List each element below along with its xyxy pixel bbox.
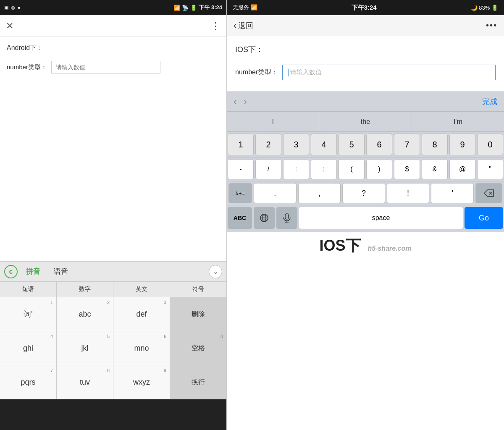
- globe-icon: [260, 213, 269, 223]
- android-toolbar: ✕ ⋮: [0, 15, 226, 37]
- ios-number-input[interactable]: 请输入数值: [282, 65, 496, 80]
- watermark: h5-share.com: [368, 245, 411, 252]
- android-number-input[interactable]: [51, 61, 160, 73]
- key-microphone[interactable]: [276, 207, 297, 229]
- android-panel: ▣ ◎ ● 📶 📡 🔋 下午 3:24 ✕ ⋮ Android下： number…: [0, 0, 227, 430]
- android-time: 下午 3:24: [199, 4, 222, 11]
- mode-btn-english[interactable]: 英文: [113, 282, 170, 297]
- key-dollar[interactable]: $: [394, 159, 420, 179]
- key-1[interactable]: 1: [228, 134, 254, 155]
- keyboard-logo: c: [4, 265, 18, 278]
- key-4[interactable]: 4: [311, 134, 337, 155]
- keyboard-tab-voice[interactable]: 语音: [49, 267, 73, 276]
- ios-placeholder: 请输入数值: [290, 68, 322, 76]
- ios-done-button[interactable]: 完成: [482, 97, 497, 107]
- key-apostrophe[interactable]: ': [431, 183, 474, 203]
- ios-special-row: #+= . , ? ! ': [227, 181, 504, 205]
- key-symbol-mode[interactable]: #+=: [228, 183, 252, 203]
- ios-next-field[interactable]: ›: [244, 96, 247, 108]
- mode-btn-number[interactable]: 数字: [57, 282, 113, 297]
- android-icon-3: ●: [18, 5, 21, 10]
- ios-number-row: 1 2 3 4 5 6 7 8 9 0: [227, 132, 504, 157]
- key-pqrs[interactable]: 7 pqrs: [0, 365, 57, 399]
- microphone-icon: [283, 213, 291, 223]
- key-3[interactable]: 3: [283, 134, 309, 155]
- keyboard-collapse-btn[interactable]: ⌄: [209, 265, 222, 278]
- android-footer: Android下: [0, 399, 226, 430]
- key-5[interactable]: 5: [339, 134, 365, 155]
- key-globe[interactable]: [254, 207, 275, 229]
- key-9[interactable]: 9: [449, 134, 475, 155]
- suggestion-the[interactable]: the: [319, 112, 412, 131]
- key-backspace[interactable]: [475, 183, 502, 203]
- key-comma[interactable]: ,: [298, 183, 341, 203]
- suggestion-im[interactable]: I'm: [412, 112, 504, 131]
- ios-battery-pct: 83%: [479, 5, 490, 11]
- ios-moon-icon: 🌙: [471, 5, 479, 11]
- ios-section-title: IOS下：: [235, 45, 496, 55]
- key-period[interactable]: .: [254, 183, 297, 203]
- android-status-bar: ▣ ◎ ● 📶 📡 🔋 下午 3:24: [0, 0, 226, 15]
- key-colon[interactable]: :: [283, 159, 309, 179]
- key-0[interactable]: 0: [477, 134, 503, 155]
- key-7[interactable]: 7: [394, 134, 420, 155]
- key-go[interactable]: Go: [465, 207, 503, 229]
- key-enter-android[interactable]: 换行: [170, 365, 226, 399]
- android-status-icons: ▣ ◎ ●: [4, 5, 21, 10]
- ios-more-icon[interactable]: •••: [486, 21, 497, 30]
- android-icon-1: ▣: [4, 5, 8, 10]
- ios-keyboard-toolbar: ‹ › 完成: [227, 92, 504, 112]
- close-icon[interactable]: ✕: [6, 21, 13, 31]
- android-keys: 1 词' 2 abc 3 def 删除 4 ghi: [0, 297, 226, 399]
- key-abc[interactable]: ABC: [228, 207, 252, 229]
- android-battery-icon: 🔋: [190, 5, 197, 11]
- key-2[interactable]: 2: [255, 134, 281, 155]
- android-content: Android下： number类型：: [0, 37, 226, 261]
- key-delete[interactable]: 删除: [170, 297, 226, 331]
- android-input-label: number类型：: [7, 63, 47, 71]
- ios-bottom-row: ABC space Go: [227, 205, 504, 232]
- suggestion-l[interactable]: l: [227, 112, 319, 131]
- android-icon-2: ◎: [11, 5, 15, 10]
- key-rparen[interactable]: ): [366, 159, 392, 179]
- key-slash[interactable]: /: [255, 159, 281, 179]
- keyboard-top-bar: c 拼音 语音 ⌄: [0, 262, 226, 282]
- key-lparen[interactable]: (: [339, 159, 365, 179]
- key-ci[interactable]: 1 词': [0, 297, 57, 331]
- key-mno[interactable]: 6 mno: [113, 331, 170, 365]
- keyboard-tab-pinyin[interactable]: 拼音: [21, 267, 45, 276]
- key-minus[interactable]: -: [228, 159, 254, 179]
- key-jkl[interactable]: 5 jkl: [57, 331, 113, 365]
- key-ghi[interactable]: 4 ghi: [0, 331, 57, 365]
- key-at[interactable]: @: [449, 159, 475, 179]
- android-key-row-1: 1 词' 2 abc 3 def 删除: [0, 297, 226, 331]
- mode-btn-phrase[interactable]: 短语: [0, 282, 57, 297]
- android-wifi-icon: 📶: [173, 5, 180, 11]
- ios-prev-field[interactable]: ‹: [234, 96, 237, 108]
- ios-footer: IOS下 h5-share.com: [227, 232, 504, 256]
- ios-back-button[interactable]: ‹ 返回: [234, 20, 253, 31]
- ios-nav-arrows: ‹ ›: [234, 96, 247, 108]
- mode-btn-symbol[interactable]: 符号: [170, 282, 226, 297]
- ios-status-time: 下午3:24: [352, 4, 377, 12]
- key-def[interactable]: 3 def: [113, 297, 170, 331]
- key-semicolon[interactable]: ;: [311, 159, 337, 179]
- more-icon[interactable]: ⋮: [210, 20, 220, 32]
- key-tuv[interactable]: 8 tuv: [57, 365, 113, 399]
- key-abc[interactable]: 2 abc: [57, 297, 113, 331]
- key-quote[interactable]: ": [477, 159, 503, 179]
- android-status-right: 📶 📡 🔋 下午 3:24: [173, 4, 222, 11]
- ios-toolbar: ‹ 返回 •••: [227, 15, 504, 36]
- ios-input-label: number类型：: [235, 68, 278, 77]
- ios-suggestions-bar: l the I'm: [227, 112, 504, 132]
- android-footer-label: Android下: [77, 407, 150, 425]
- key-wxyz[interactable]: 9 wxyz: [113, 365, 170, 399]
- ios-panel: 无服务 📶 下午3:24 🌙 83% 🔋 ‹ 返回 ••• IOS下： numb…: [227, 0, 504, 430]
- key-6[interactable]: 6: [366, 134, 392, 155]
- key-exclaim[interactable]: !: [387, 183, 430, 203]
- key-amp[interactable]: &: [422, 159, 448, 179]
- key-space-ios[interactable]: space: [299, 207, 463, 229]
- key-8[interactable]: 8: [422, 134, 448, 155]
- key-question[interactable]: ?: [342, 183, 385, 203]
- key-space-android[interactable]: 0 空格: [170, 331, 226, 365]
